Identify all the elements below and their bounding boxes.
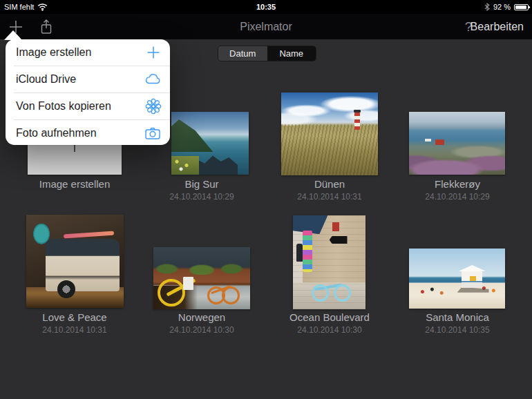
rocks-art [193, 152, 238, 175]
plus-icon [145, 44, 162, 61]
document-date: 24.10.2014 10:30 [138, 325, 265, 335]
document-date: 24.10.2014 10:29 [394, 192, 521, 202]
lifeguard-tower-art [462, 271, 482, 288]
document-title: Love & Peace [11, 311, 138, 324]
popover-item-label: Image erstellen [16, 46, 145, 59]
orange-bike-wheel-art [222, 286, 240, 304]
popover-arrow [4, 30, 22, 40]
cell-label: Image erstellen [11, 178, 138, 191]
document-thumbnail-norwegen[interactable] [153, 247, 250, 309]
paper-sign-art [183, 277, 193, 290]
photos-flower-icon [145, 98, 162, 115]
clock: 10:35 [0, 0, 532, 14]
popover-item-icloud-drive[interactable]: iCloud Drive [6, 66, 170, 93]
cell-label: Love & Peace 24.10.2014 10:31 [11, 311, 138, 335]
sort-segmented-control: Datum Name [218, 46, 316, 61]
document-date: 24.10.2014 10:31 [266, 192, 393, 202]
blue-bike-wheel-art [334, 284, 351, 302]
new-image-popover: Image erstellen iCloud Drive Von Fotos k… [6, 39, 170, 145]
document-title: Big Sur [138, 178, 265, 191]
sort-by-name-segment[interactable]: Name [267, 46, 316, 61]
person-art [296, 244, 303, 262]
lighthouse-art [354, 113, 360, 130]
blue-bike-wheel-art [312, 284, 329, 302]
battery-icon [514, 4, 529, 10]
document-title: Ocean Boulevard [266, 311, 393, 324]
red-sign-art [332, 222, 339, 231]
bluetooth-icon [484, 3, 490, 11]
cell-label: Santa Monica 24.10.2014 10:35 [394, 311, 521, 335]
bags-art [303, 231, 313, 272]
document-date: 24.10.2014 10:35 [394, 325, 521, 335]
cell-label: Dünen 24.10.2014 10:31 [266, 178, 393, 202]
document-date: 24.10.2014 10:29 [138, 192, 265, 202]
document-title: Dünen [266, 178, 393, 191]
document-thumbnail-love-and-peace[interactable] [26, 215, 124, 308]
document-title: Image erstellen [11, 178, 138, 191]
yellow-bike-wheel-art [158, 279, 185, 306]
one-way-sign-art [330, 236, 348, 244]
popover-item-foto-aufnehmen[interactable]: Foto aufnehmen [6, 120, 170, 145]
popover-item-image-erstellen[interactable]: Image erstellen [6, 39, 170, 66]
red-house-art [435, 139, 444, 145]
document-date: 24.10.2014 10:31 [11, 325, 138, 335]
popover-item-von-fotos-kopieren[interactable]: Von Fotos kopieren [6, 93, 170, 119]
battery-fill [515, 6, 526, 9]
document-title: Flekkerøy [394, 178, 521, 191]
status-right: 92 % [484, 0, 529, 14]
flowers-art [171, 156, 199, 175]
flower-baskets-art [153, 263, 250, 274]
mountain-art [171, 119, 213, 152]
battery-percent-label: 92 % [493, 3, 511, 11]
cell-label: Flekkerøy 24.10.2014 10:29 [394, 178, 521, 202]
popover-item-label: Von Fotos kopieren [16, 100, 145, 113]
document-thumbnail-big-sur[interactable] [171, 112, 249, 175]
document-thumbnail-flekkeroy[interactable] [409, 112, 505, 175]
status-bar: SIM fehlt 10:35 92 % [0, 0, 532, 14]
popover-item-label: iCloud Drive [16, 73, 144, 86]
document-date: 24.10.2014 10:30 [266, 325, 393, 335]
app-title: Pixelmator [0, 14, 532, 39]
sort-by-date-segment[interactable]: Datum [218, 46, 267, 61]
document-thumbnail-santa-monica[interactable] [409, 249, 505, 309]
vw-bus-art [46, 239, 120, 291]
cell-label: Norwegen 24.10.2014 10:30 [138, 311, 265, 335]
toolbar: Pixelmator ? Bearbeiten [0, 14, 532, 39]
document-title: Santa Monica [394, 311, 521, 324]
document-title: Norwegen [138, 311, 265, 324]
edit-button[interactable]: Bearbeiten [468, 17, 526, 37]
document-thumbnail-ocean-boulevard[interactable] [293, 215, 365, 309]
cell-label: Big Sur 24.10.2014 10:29 [138, 178, 265, 202]
cell-label: Ocean Boulevard 24.10.2014 10:30 [266, 311, 393, 335]
surfboard-art [63, 231, 114, 238]
camera-icon [144, 125, 162, 142]
cloud-icon [144, 71, 162, 88]
popover-item-label: Foto aufnehmen [16, 127, 144, 139]
grass-art [281, 124, 378, 175]
pixelmator-screen: SIM fehlt 10:35 92 % [0, 0, 532, 399]
document-thumbnail-duenen[interactable] [281, 93, 378, 175]
